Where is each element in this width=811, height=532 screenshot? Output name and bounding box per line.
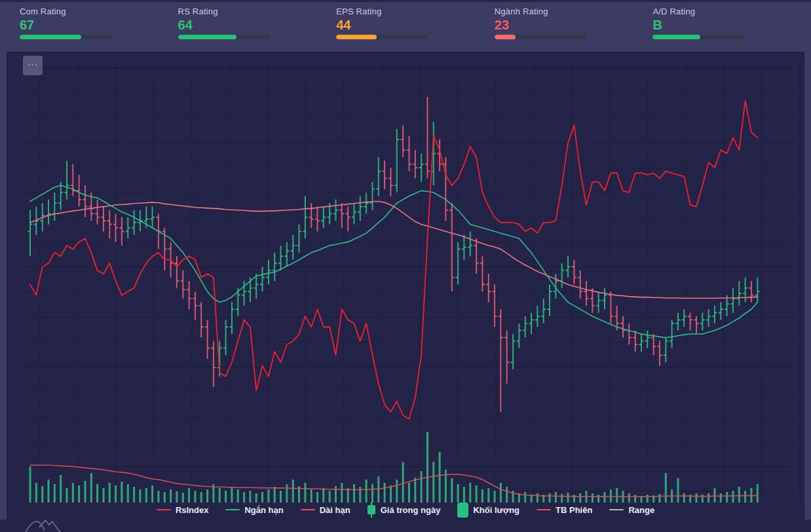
bottom-section: [0, 520, 811, 532]
ratings-topbar: Com Rating 67 RS Rating 64 EPS Rating 44…: [0, 2, 811, 45]
rating-card: Ngành Rating 23: [495, 2, 653, 45]
chart-panel: ··· RsIndex Ngắn hạn Dài hạn Giá trong n…: [7, 52, 804, 521]
price-volume-chart[interactable]: [7, 52, 804, 520]
rating-label: RS Rating: [178, 7, 337, 16]
rating-progress-track: [652, 35, 744, 39]
rating-value: 67: [20, 17, 178, 33]
mountain-logo-icon: [24, 515, 66, 532]
legend-item[interactable]: Dài hạn: [301, 505, 350, 515]
legend-label: Giá trong ngày: [381, 505, 441, 515]
rating-progress-fill: [336, 35, 377, 39]
volume-swatch-icon: [457, 503, 468, 518]
line-swatch-icon: [537, 509, 551, 510]
rating-card: Com Rating 67: [20, 2, 178, 45]
rating-value: B: [652, 17, 811, 33]
rating-progress-track: [495, 35, 586, 39]
rating-progress-fill: [178, 35, 237, 39]
legend-label: Range: [628, 505, 654, 515]
candle-swatch-icon: [368, 502, 376, 518]
legend-item[interactable]: Giá trong ngày: [368, 502, 441, 518]
legend-item[interactable]: Khối lượng: [457, 503, 519, 518]
legend-item[interactable]: TB Phiên: [537, 505, 592, 515]
legend-label: Ngắn hạn: [244, 505, 283, 515]
rating-progress-fill: [20, 35, 81, 39]
rating-label: Com Rating: [20, 7, 178, 16]
legend-item[interactable]: RsIndex: [157, 505, 209, 515]
rating-card: RS Rating 64: [178, 2, 337, 45]
rating-value: 23: [495, 17, 653, 33]
rating-label: A/D Rating: [652, 7, 811, 16]
chart-legend: RsIndex Ngắn hạn Dài hạn Giá trong ngày …: [7, 502, 804, 518]
line-swatch-icon: [225, 509, 240, 510]
rating-progress-track: [336, 35, 428, 39]
line-swatch-icon: [157, 509, 171, 510]
legend-item[interactable]: Range: [609, 505, 654, 515]
rating-label: Ngành Rating: [495, 7, 653, 16]
line-swatch-icon: [609, 509, 624, 510]
rating-value: 44: [336, 17, 495, 33]
legend-label: TB Phiên: [556, 505, 592, 515]
legend-item[interactable]: Ngắn hạn: [225, 505, 283, 515]
rating-progress-track: [20, 35, 111, 39]
legend-label: Dài hạn: [320, 505, 350, 515]
chart-menu-button[interactable]: ···: [23, 56, 43, 75]
rating-progress-track: [178, 35, 270, 39]
rating-label: EPS Rating: [336, 7, 495, 16]
line-swatch-icon: [301, 509, 315, 510]
legend-label: Khối lượng: [473, 505, 519, 515]
rating-value: 64: [178, 17, 337, 33]
legend-label: RsIndex: [176, 505, 209, 515]
rating-progress-fill: [652, 35, 700, 39]
rating-progress-fill: [495, 35, 516, 39]
rating-card: A/D Rating B: [652, 2, 811, 45]
rating-card: EPS Rating 44: [336, 2, 495, 45]
